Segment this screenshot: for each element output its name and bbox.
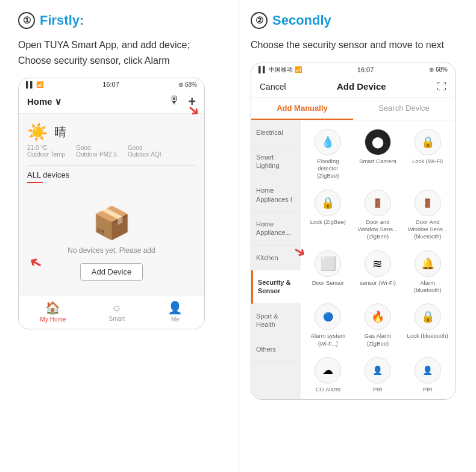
home-label[interactable]: Home ∨ <box>27 96 61 107</box>
cancel-button[interactable]: Cancel <box>260 82 286 92</box>
wifi-icon: 📶 <box>36 81 43 88</box>
device-lock-zigbee[interactable]: 🔒 Lock (ZigBee) <box>304 185 352 243</box>
pm25-label: Outdoor PM2.5 <box>76 151 117 158</box>
sensor-wifi-icon: ≋ <box>365 250 391 277</box>
main-container: ① Firstly: Open TUYA Smart App, and add … <box>0 0 476 472</box>
bottom-nav-smart[interactable]: ☼ Smart <box>109 300 125 323</box>
device-list-area: Electrical Smart Lighting Home Appliance… <box>251 120 455 400</box>
device-pir-2[interactable]: 👤 PIR <box>404 352 451 396</box>
tab-search-device[interactable]: Search Device <box>353 98 455 120</box>
smart-camera-icon: ⬤ <box>365 129 391 155</box>
temp-label: Outdoor Temp <box>27 151 65 158</box>
no-devices-text: No devices yet, Please add <box>67 246 155 255</box>
bottom-nav-me[interactable]: 👤 Me <box>168 300 183 323</box>
cat-home-appliances-i[interactable]: Home Appliances I <box>251 178 301 212</box>
cat-security-sensor[interactable]: Security & Sensor <box>251 270 301 304</box>
flooding-detector-icon: 💧 <box>315 129 341 155</box>
left-battery: ⊛ 68% <box>178 81 197 88</box>
device-co-alarm[interactable]: ☁ CO Alarm <box>304 352 352 396</box>
right-battery: ⊛ 68% <box>429 66 448 73</box>
tab-add-manually[interactable]: Add Manually <box>251 98 353 120</box>
step1-header: ① Firstly: <box>18 12 84 29</box>
device-gas-alarm[interactable]: 🔥 Gas Alarm (ZigBee) <box>354 299 402 350</box>
right-carrier: 中国移动 <box>269 66 293 74</box>
step2-title: Secondly <box>272 13 331 28</box>
pir2-label: PIR <box>423 386 433 393</box>
step2-header: ② Secondly <box>251 12 331 29</box>
lock-zigbee-icon: 🔒 <box>315 190 341 216</box>
right-phone-wrapper: ▌▌ 中国移动 📶 16:07 ⊛ 68% Cancel Add Device … <box>251 63 456 400</box>
devices-grid: 💧 Flooding detector (ZigBee) ⬤ Smart Cam… <box>301 120 455 400</box>
smart-nav-icon: ☼ <box>111 300 122 314</box>
device-sensor-wifi[interactable]: ≋ sensor (Wi-Fi) <box>354 246 402 297</box>
right-battery-icon: ⊛ <box>429 66 434 73</box>
pm25-value: Good <box>76 144 117 151</box>
weather-stats: 21.0 °C Outdoor Temp Good Outdoor PM2.5 … <box>27 144 196 158</box>
device-flooding-detector[interactable]: 💧 Flooding detector (ZigBee) <box>304 124 352 182</box>
co-alarm-label: CO Alarm <box>316 386 340 393</box>
device-pir-1[interactable]: 👤 PIR <box>354 352 402 396</box>
left-bottom-nav: 🏠 My Home ☼ Smart 👤 Me <box>19 295 204 329</box>
device-smart-camera[interactable]: ⬤ Smart Camera <box>354 124 402 182</box>
bottom-nav-home[interactable]: 🏠 My Home <box>40 300 66 323</box>
step1-desc: Open TUYA Smart App, and add device; Cho… <box>18 37 220 68</box>
pir1-icon: 👤 <box>365 357 391 384</box>
right-signal-icon: ▌▌ <box>258 66 267 73</box>
device-lock-bt[interactable]: 🔒 Lock (bluetooth) <box>404 299 451 350</box>
home-nav-icon: 🏠 <box>45 300 60 315</box>
device-door-sensor[interactable]: ⬜ Door Sensor <box>304 246 352 297</box>
left-time: 16:07 <box>102 81 119 88</box>
pir2-icon: 👤 <box>415 357 441 384</box>
step1-title: Firstly: <box>40 13 84 28</box>
lock-bt-label: Lock (bluetooth) <box>407 332 448 340</box>
add-device-nav-bar: Cancel Add Device ⛶ <box>251 76 455 98</box>
temp-value: 21.0 °C <box>27 144 65 151</box>
all-devices-label: ALL devices <box>27 170 196 179</box>
tab-row: Add Manually Search Device <box>251 98 455 120</box>
door-sensor-label: Door Sensor <box>312 279 344 287</box>
gas-alarm-label: Gas Alarm (ZigBee) <box>357 332 399 347</box>
lock-bt-icon: 🔒 <box>415 303 441 330</box>
device-alarm-system[interactable]: 🔵 Alarm system (Wi-F...) <box>304 299 352 350</box>
right-time: 16:07 <box>357 66 374 73</box>
device-door-window-bt[interactable]: 🚪 Door And Window Sens... (bluetooth) <box>404 185 451 243</box>
step1-circle: ① <box>18 12 35 29</box>
add-device-button[interactable]: Add Device <box>80 263 143 281</box>
cat-smart-lighting[interactable]: Smart Lighting <box>251 145 301 179</box>
home-nav-label: My Home <box>40 316 66 323</box>
left-nav-bar: Home ∨ 🎙 + <box>19 90 204 114</box>
add-device-nav-title: Add Device <box>337 81 386 92</box>
door-window-zigbee-label: Door and Window Sens... (ZigBee) <box>357 219 399 241</box>
cat-electrical[interactable]: Electrical <box>251 120 301 145</box>
left-phone-wrapper: ▌▌ 📶 16:07 ⊛ 68% Home ∨ 🎙 + <box>18 78 205 329</box>
me-nav-icon: 👤 <box>168 300 183 315</box>
door-sensor-icon: ⬜ <box>315 250 341 277</box>
cat-kitchen[interactable]: Kitchen <box>251 246 301 270</box>
pir1-label: PIR <box>373 386 383 393</box>
right-status-bar: ▌▌ 中国移动 📶 16:07 ⊛ 68% <box>251 63 455 76</box>
pm25-stat: Good Outdoor PM2.5 <box>76 144 117 158</box>
alarm-system-label: Alarm system (Wi-F...) <box>307 332 349 347</box>
smart-camera-label: Smart Camera <box>359 158 396 165</box>
mic-icon[interactable]: 🎙 <box>169 94 180 110</box>
device-alarm-bt[interactable]: 🔔 Alarm (bluetooth) <box>404 246 451 297</box>
cat-home-appliance[interactable]: Home Appliance... <box>251 212 301 246</box>
expand-icon[interactable]: ⛶ <box>437 81 446 92</box>
left-phone-content: ☀️ 晴 21.0 °C Outdoor Temp Good Outdoor P… <box>19 114 204 295</box>
sensor-wifi-label: sensor (Wi-Fi) <box>360 279 396 287</box>
cat-sport-health[interactable]: Sport & Health <box>251 304 301 338</box>
box-icon: 📦 <box>92 205 131 241</box>
right-battery-pct: 68% <box>436 66 448 73</box>
device-lock-wifi[interactable]: 🔒 Lock (Wi-Fi) <box>404 124 451 182</box>
lock-wifi-label: Lock (Wi-Fi) <box>412 158 443 165</box>
flooding-detector-label: Flooding detector (ZigBee) <box>307 158 349 180</box>
smart-nav-label: Smart <box>109 315 125 322</box>
me-nav-label: Me <box>171 316 180 323</box>
cat-others[interactable]: Others <box>251 337 301 362</box>
left-phone-mockup: ▌▌ 📶 16:07 ⊛ 68% Home ∨ 🎙 + <box>18 78 205 329</box>
weather-icon: ☀️ <box>27 122 48 142</box>
category-sidebar: Electrical Smart Lighting Home Appliance… <box>251 120 301 400</box>
device-door-window-zigbee[interactable]: 🚪 Door and Window Sens... (ZigBee) <box>354 185 402 243</box>
right-wifi-icon: 📶 <box>295 66 302 73</box>
aqi-stat: Good Outdoor AQI <box>128 144 161 158</box>
